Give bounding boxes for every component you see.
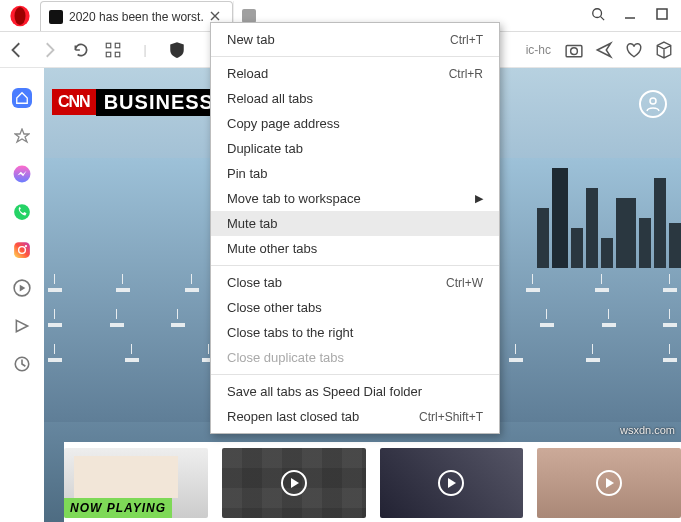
favicon-icon bbox=[242, 9, 256, 23]
sidebar-flow[interactable] bbox=[12, 316, 32, 336]
search-icon bbox=[591, 7, 605, 21]
sidebar-instagram[interactable] bbox=[12, 240, 32, 260]
heart-icon bbox=[625, 41, 643, 59]
sidebar-whatsapp[interactable] bbox=[12, 202, 32, 222]
separator: | bbox=[136, 41, 154, 59]
menu-item[interactable]: Pin tab bbox=[211, 161, 499, 186]
cnn-logo: CNN bbox=[52, 89, 96, 115]
toolbar-right bbox=[565, 41, 673, 59]
menu-shortcut: Ctrl+T bbox=[450, 33, 483, 47]
now-playing-badge: NOW PLAYING bbox=[64, 498, 172, 518]
menu-item-label: Pin tab bbox=[227, 166, 267, 181]
menu-item-label: Move tab to workspace bbox=[227, 191, 361, 206]
cube-icon bbox=[655, 41, 673, 59]
menu-item[interactable]: Move tab to workspace▶ bbox=[211, 186, 499, 211]
search-button[interactable] bbox=[591, 7, 605, 24]
tab-label: 2020 has been the worst. bbox=[69, 10, 204, 24]
sidebar-bookmarks[interactable] bbox=[12, 126, 32, 146]
reload-icon bbox=[72, 41, 90, 59]
instagram-icon bbox=[13, 241, 31, 259]
menu-item[interactable]: Close other tabs bbox=[211, 295, 499, 320]
menu-item[interactable]: Duplicate tab bbox=[211, 136, 499, 161]
clock-icon bbox=[13, 355, 31, 373]
home-icon bbox=[15, 91, 29, 105]
back-button[interactable] bbox=[8, 41, 26, 59]
menu-item-label: Reload all tabs bbox=[227, 91, 313, 106]
menu-item[interactable]: ReloadCtrl+R bbox=[211, 61, 499, 86]
menu-item-label: Mute other tabs bbox=[227, 241, 317, 256]
menu-item-label: Close tabs to the right bbox=[227, 325, 353, 340]
opera-logo-icon bbox=[9, 5, 31, 27]
star-icon bbox=[14, 128, 30, 144]
shield-button[interactable] bbox=[168, 41, 186, 59]
sidebar-player[interactable] bbox=[12, 278, 32, 298]
messenger-icon bbox=[13, 165, 31, 183]
menu-item[interactable]: Reopen last closed tabCtrl+Shift+T bbox=[211, 404, 499, 429]
account-button[interactable] bbox=[639, 90, 667, 118]
menu-item[interactable]: Copy page address bbox=[211, 111, 499, 136]
window-controls bbox=[579, 0, 681, 31]
chevron-right-icon bbox=[40, 41, 58, 59]
menu-item[interactable]: Reload all tabs bbox=[211, 86, 499, 111]
menu-item-label: Close tab bbox=[227, 275, 282, 290]
sidebar-home[interactable] bbox=[12, 88, 32, 108]
svg-rect-3 bbox=[657, 9, 667, 19]
svg-point-2 bbox=[593, 9, 602, 18]
snapshot-button[interactable] bbox=[565, 41, 583, 59]
menu-item[interactable]: Mute other tabs bbox=[211, 236, 499, 261]
maximize-button[interactable] bbox=[655, 7, 669, 24]
thumbnail[interactable] bbox=[537, 448, 681, 518]
menu-item-label: New tab bbox=[227, 32, 275, 47]
svg-point-11 bbox=[14, 204, 30, 220]
reload-button[interactable] bbox=[72, 41, 90, 59]
heart-button[interactable] bbox=[625, 41, 643, 59]
svg-rect-4 bbox=[106, 43, 111, 48]
svg-rect-12 bbox=[14, 242, 30, 258]
menu-item[interactable]: Mute tab bbox=[211, 211, 499, 236]
menu-separator bbox=[211, 56, 499, 57]
play-icon bbox=[596, 470, 622, 496]
menu-separator bbox=[211, 265, 499, 266]
menu-separator bbox=[211, 374, 499, 375]
tab-context-menu: New tabCtrl+TReloadCtrl+RReload all tabs… bbox=[210, 22, 500, 434]
menu-item-label: Close duplicate tabs bbox=[227, 350, 344, 365]
svg-rect-5 bbox=[115, 43, 120, 48]
menu-item-label: Save all tabs as Speed Dial folder bbox=[227, 384, 422, 399]
opera-menu-button[interactable] bbox=[0, 0, 40, 31]
menu-item[interactable]: Save all tabs as Speed Dial folder bbox=[211, 379, 499, 404]
menu-shortcut: Ctrl+R bbox=[449, 67, 483, 81]
menu-shortcut: Ctrl+Shift+T bbox=[419, 410, 483, 424]
menu-item[interactable]: Close tabs to the right bbox=[211, 320, 499, 345]
maximize-icon bbox=[655, 7, 669, 21]
send-icon bbox=[595, 41, 613, 59]
triangle-icon bbox=[13, 317, 31, 335]
thumbnail[interactable]: NOW PLAYING bbox=[64, 448, 208, 518]
play-circle-icon bbox=[13, 279, 31, 297]
menu-item-label: Duplicate tab bbox=[227, 141, 303, 156]
minimize-icon bbox=[623, 7, 637, 21]
submenu-arrow-icon: ▶ bbox=[475, 192, 483, 205]
whatsapp-icon bbox=[13, 203, 31, 221]
send-button[interactable] bbox=[595, 41, 613, 59]
menu-item: Close duplicate tabs bbox=[211, 345, 499, 370]
sidebar-messenger[interactable] bbox=[12, 164, 32, 184]
play-icon bbox=[438, 470, 464, 496]
tab-active[interactable]: 2020 has been the worst. bbox=[40, 1, 233, 31]
thumbnail[interactable] bbox=[380, 448, 524, 518]
menu-item[interactable]: Close tabCtrl+W bbox=[211, 270, 499, 295]
minimize-button[interactable] bbox=[623, 7, 637, 24]
sidebar-history[interactable] bbox=[12, 354, 32, 374]
forward-button[interactable] bbox=[40, 41, 58, 59]
play-icon bbox=[281, 470, 307, 496]
menu-item[interactable]: New tabCtrl+T bbox=[211, 27, 499, 52]
video-thumbnails: NOW PLAYING bbox=[64, 442, 681, 522]
extensions-button[interactable] bbox=[655, 41, 673, 59]
grid-icon bbox=[104, 41, 122, 59]
svg-rect-7 bbox=[115, 52, 120, 57]
speed-dial-button[interactable] bbox=[104, 41, 122, 59]
menu-item-label: Close other tabs bbox=[227, 300, 322, 315]
svg-rect-6 bbox=[106, 52, 111, 57]
thumbnail[interactable] bbox=[222, 448, 366, 518]
shield-icon bbox=[168, 41, 186, 59]
camera-icon bbox=[565, 41, 583, 59]
